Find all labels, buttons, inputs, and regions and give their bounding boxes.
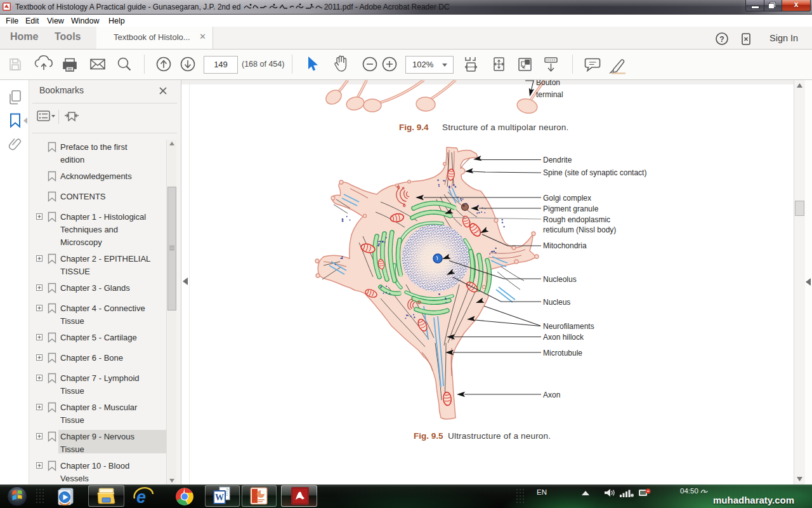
svg-text:W: W <box>215 493 224 502</box>
svg-text:Mitochondria: Mitochondria <box>543 241 587 250</box>
svg-text:Spine (site of synaptic contac: Spine (site of synaptic contact) <box>543 168 646 177</box>
svg-text:Dendrite: Dendrite <box>543 156 572 164</box>
svg-text:Bouton: Bouton <box>536 80 560 87</box>
svg-text:Fig. 9.4: Fig. 9.4 <box>399 123 429 132</box>
svg-text:Golgi complex: Golgi complex <box>543 194 591 203</box>
svg-text:Ultrastructure of a neuron.: Ultrastructure of a neuron. <box>448 431 551 441</box>
svg-text:Nucleus: Nucleus <box>543 298 570 307</box>
svg-text:Neurofilaments: Neurofilaments <box>543 322 594 331</box>
svg-text:Rough endoplasmic: Rough endoplasmic <box>543 215 610 224</box>
svg-text:Fig. 9.5: Fig. 9.5 <box>414 431 443 441</box>
svg-text:?: ? <box>719 35 724 44</box>
svg-text:terminal: terminal <box>536 90 563 99</box>
svg-text:Structure of a multipolar neur: Structure of a multipolar neuron. <box>442 123 568 132</box>
svg-text:Microtubule: Microtubule <box>543 349 582 358</box>
svg-text:Axon: Axon <box>543 391 560 399</box>
svg-text:Nucleolus: Nucleolus <box>543 275 577 284</box>
svg-text:reticulum (Nissl body): reticulum (Nissl body) <box>543 225 616 234</box>
svg-text:Pigment granule: Pigment granule <box>543 204 599 213</box>
svg-text:Axon hillock: Axon hillock <box>543 333 584 342</box>
